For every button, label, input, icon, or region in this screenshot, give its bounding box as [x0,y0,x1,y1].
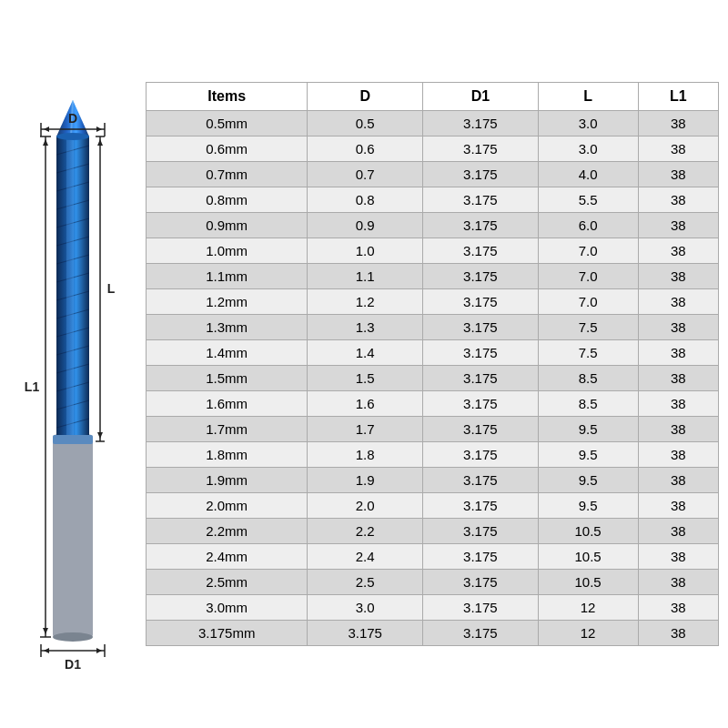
cell-value: 3.175 [423,111,539,136]
cell-value: 0.8 [308,187,423,213]
cell-value: 7.0 [538,238,638,264]
cell-value: 1.7 [308,417,423,442]
cell-value: 38 [638,289,718,315]
cell-value: 9.5 [538,468,638,493]
svg-marker-35 [97,432,103,439]
table-row: 3.175mm3.1753.1751238 [147,621,719,646]
item-name: 1.7mm [147,417,308,442]
svg-text:L1: L1 [25,379,40,394]
item-name: 2.0mm [147,493,308,519]
table-row: 2.2mm2.23.17510.538 [147,519,719,544]
item-name: 2.4mm [147,544,308,570]
svg-marker-34 [97,139,103,146]
item-name: 2.2mm [147,519,308,544]
cell-value: 1.8 [308,442,423,468]
tool-diagram: D L L1 D1 [9,55,136,673]
cell-value: 0.5 [308,111,423,136]
svg-point-1 [53,632,93,642]
cell-value: 38 [638,187,718,213]
cell-value: 38 [638,340,718,366]
cell-value: 3.175 [423,213,539,238]
cell-value: 3.175 [423,468,539,493]
item-name: 1.1mm [147,264,308,289]
cell-value: 12 [538,621,638,646]
cell-value: 8.5 [538,391,638,417]
cell-value: 1.9 [308,468,423,493]
table-row: 0.9mm0.93.1756.038 [147,213,719,238]
cell-value: 7.0 [538,264,638,289]
table-row: 1.3mm1.33.1757.538 [147,315,719,340]
cell-value: 3.175 [423,417,539,442]
cell-value: 2.5 [308,570,423,595]
item-name: 1.4mm [147,340,308,366]
table-row: 2.4mm2.43.17510.538 [147,544,719,570]
cell-value: 38 [638,519,718,544]
cell-value: 38 [638,238,718,264]
cell-value: 3.175 [423,162,539,187]
cell-value: 3.175 [423,544,539,570]
svg-point-23 [56,133,89,140]
item-name: 2.5mm [147,570,308,595]
cell-value: 3.175 [423,391,539,417]
svg-rect-24 [53,435,93,444]
svg-marker-40 [43,139,48,146]
item-name: 0.5mm [147,111,308,136]
spec-table: ItemsDD1LL1 0.5mm0.53.1753.0380.6mm0.63.… [146,82,719,646]
cell-value: 38 [638,468,718,493]
cell-value: 3.175 [423,238,539,264]
svg-marker-28 [44,126,49,132]
cell-value: 38 [638,621,718,646]
table-row: 1.6mm1.63.1758.538 [147,391,719,417]
item-name: 1.5mm [147,366,308,391]
cell-value: 7.5 [538,340,638,366]
cell-value: 10.5 [538,544,638,570]
cell-value: 0.6 [308,136,423,162]
cell-value: 1.3 [308,315,423,340]
cell-value: 38 [638,417,718,442]
cell-value: 10.5 [538,570,638,595]
cell-value: 1.6 [308,391,423,417]
table-row: 0.6mm0.63.1753.038 [147,136,719,162]
table-row: 1.7mm1.73.1759.538 [147,417,719,442]
cell-value: 10.5 [538,519,638,544]
cell-value: 4.0 [538,162,638,187]
col-header-items: Items [147,83,308,111]
table-row: 1.0mm1.03.1757.038 [147,238,719,264]
cell-value: 9.5 [538,442,638,468]
cell-value: 38 [638,442,718,468]
svg-marker-41 [43,628,48,634]
cell-value: 8.5 [538,366,638,391]
cell-value: 3.175 [423,595,539,621]
cell-value: 1.1 [308,264,423,289]
cell-value: 2.4 [308,544,423,570]
cell-value: 7.5 [538,315,638,340]
col-header-l: L [538,83,638,111]
col-header-d: D [308,83,423,111]
table-row: 1.8mm1.83.1759.538 [147,442,719,468]
item-name: 1.2mm [147,289,308,315]
cell-value: 1.4 [308,340,423,366]
cell-value: 12 [538,595,638,621]
table-row: 1.5mm1.53.1758.538 [147,366,719,391]
cell-value: 38 [638,493,718,519]
cell-value: 3.175 [423,340,539,366]
table-row: 0.5mm0.53.1753.038 [147,111,719,136]
cell-value: 38 [638,136,718,162]
table-row: 3.0mm3.03.1751238 [147,595,719,621]
item-name: 1.9mm [147,468,308,493]
cell-value: 1.0 [308,238,423,264]
cell-value: 0.7 [308,162,423,187]
cell-value: 3.175 [423,264,539,289]
cell-value: 1.2 [308,289,423,315]
item-name: 1.6mm [147,391,308,417]
col-header-d1: D1 [423,83,539,111]
item-name: 0.6mm [147,136,308,162]
cell-value: 3.175 [423,289,539,315]
cell-value: 3.175 [423,493,539,519]
cell-value: 2.2 [308,519,423,544]
cell-value: 3.0 [308,595,423,621]
cell-value: 38 [638,264,718,289]
cell-value: 0.9 [308,213,423,238]
table-row: 1.4mm1.43.1757.538 [147,340,719,366]
cell-value: 2.0 [308,493,423,519]
